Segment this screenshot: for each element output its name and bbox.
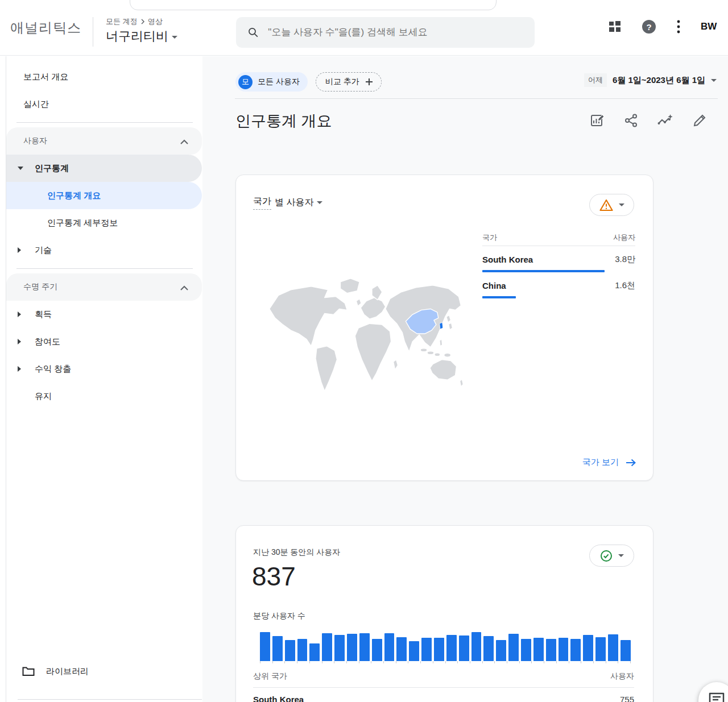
map-europe <box>361 298 386 319</box>
country-users-table: 국가 사용자 South Korea 3.8만 China 1.6천 <box>482 230 635 298</box>
minute-bar <box>285 640 295 661</box>
map-new-zealand <box>460 379 463 387</box>
sidebar-item-demographics-overview[interactable]: 인구통계 개요 <box>6 182 202 209</box>
chevron-down-icon <box>711 79 717 82</box>
data-freshness-button[interactable] <box>589 545 634 567</box>
users-value: 1.6천 <box>615 280 635 291</box>
minute-bar <box>459 635 469 661</box>
minute-bar <box>583 635 593 661</box>
column-users: 사용자 <box>610 671 634 685</box>
triangle-right-icon[interactable] <box>18 339 21 344</box>
folder-icon <box>22 666 35 676</box>
map-indonesia-2 <box>427 351 434 355</box>
card-dimension-selector[interactable]: 국가 별 사용자 <box>253 196 322 210</box>
insights-button[interactable] <box>657 113 673 128</box>
map-uk <box>356 299 361 306</box>
sidebar-item-lifecycle-section[interactable]: 수명 주기 <box>6 273 202 301</box>
breadcrumb: 모든 계정 영상 <box>106 16 177 27</box>
data-quality-button[interactable] <box>589 194 634 216</box>
column-users: 사용자 <box>613 232 635 243</box>
map-greenland <box>340 279 359 293</box>
map-philippines <box>440 339 442 346</box>
users-per-minute-chart[interactable] <box>260 628 631 663</box>
minute-bar <box>309 643 320 661</box>
divider <box>482 246 635 246</box>
all-users-chip[interactable]: 모 모든 사용자 <box>235 72 308 92</box>
date-range-picker[interactable]: 어제 6월 1일~2023년 6월 1일 <box>584 73 717 87</box>
sidebar-item-label: 인구통계 세부정보 <box>47 218 118 229</box>
map-north-america <box>270 286 348 346</box>
check-circle-icon <box>600 550 613 562</box>
sidebar-item-user-section[interactable]: 사용자 <box>6 127 202 155</box>
share-button[interactable] <box>624 113 638 128</box>
triangle-right-icon[interactable] <box>18 366 21 372</box>
sidebar-item-label: 기술 <box>35 245 52 256</box>
edit-button[interactable] <box>693 113 706 128</box>
breadcrumb-section[interactable]: 영상 <box>148 16 163 27</box>
page-title: 인구통계 개요 <box>235 111 332 131</box>
sidebar-item-label: 수익 창출 <box>35 364 71 375</box>
main-content: 모 모든 사용자 비교 추가 어제 6월 1일~2023년 6월 1일 인구통계… <box>202 56 728 702</box>
triangle-right-icon[interactable] <box>18 247 21 253</box>
view-countries-label: 국가 보기 <box>582 457 619 468</box>
sidebar-item-reports-snapshot[interactable]: 보고서 개요 <box>6 63 202 90</box>
chevron-up-icon[interactable] <box>180 137 188 146</box>
apps-grid-icon <box>609 20 621 33</box>
add-comparison-label: 비교 추가 <box>325 77 359 87</box>
minute-bar <box>396 637 407 661</box>
add-comparison-button[interactable]: 비교 추가 <box>316 72 382 92</box>
map-south-korea-highlighted[interactable] <box>440 322 443 329</box>
sidebar-item-retention[interactable]: 유지 <box>6 383 202 410</box>
map-australia <box>430 360 457 380</box>
sidebar-item-label: 실시간 <box>23 99 49 110</box>
sidebar-item-demographic-details[interactable]: 인구통계 세부정보 <box>6 209 202 236</box>
country-name: South Korea <box>482 255 533 264</box>
search-icon <box>247 26 259 39</box>
table-row[interactable]: China 1.6천 <box>482 278 635 298</box>
sidebar-item-library[interactable]: 라이브러리 <box>6 658 202 685</box>
date-preset-badge: 어제 <box>584 73 607 87</box>
minute-bar <box>260 632 270 661</box>
sidebar-item-monetization[interactable]: 수익 창출 <box>6 355 202 383</box>
table-row[interactable]: South Korea 3.8만 <box>482 252 635 272</box>
sidebar-bottom-divider <box>18 699 202 700</box>
search-bar[interactable] <box>236 17 535 48</box>
sidebar-item-tech[interactable]: 기술 <box>6 236 202 264</box>
chevron-up-icon[interactable] <box>180 283 188 292</box>
minute-bar <box>496 640 506 661</box>
customize-chart-button[interactable] <box>590 113 605 128</box>
chevron-down-icon <box>618 554 624 557</box>
account-breadcrumb[interactable]: 모든 계정 영상 너구리티비 <box>106 11 177 45</box>
more-options-button[interactable] <box>677 20 680 34</box>
plus-icon <box>365 78 373 86</box>
triangle-down-icon[interactable] <box>18 167 23 170</box>
minute-bar <box>570 639 581 661</box>
sidebar-item-label: 수명 주기 <box>23 282 57 292</box>
sidebar-item-acquisition[interactable]: 획득 <box>6 301 202 328</box>
map-africa <box>355 323 391 381</box>
apps-grid-button[interactable] <box>609 20 621 33</box>
view-countries-link[interactable]: 국가 보기 <box>582 457 636 468</box>
sidebar-item-label: 인구통계 개요 <box>47 190 101 201</box>
map-madagascar <box>394 360 398 370</box>
sidebar-item-demographics[interactable]: 인구통계 <box>6 155 202 182</box>
help-button[interactable]: ? <box>642 19 656 34</box>
feedback-bubble-icon <box>708 692 725 702</box>
search-input[interactable] <box>268 27 523 38</box>
property-name[interactable]: 너구리티비 <box>106 28 168 45</box>
realtime-title: 지난 30분 동안의 사용자 <box>253 547 340 558</box>
breadcrumb-account[interactable]: 모든 계정 <box>106 16 138 27</box>
divider <box>253 687 634 688</box>
sidebar-item-engagement[interactable]: 참여도 <box>6 328 202 355</box>
minute-bar <box>595 637 606 661</box>
minute-bar <box>359 633 370 661</box>
sidebar-item-realtime[interactable]: 실시간 <box>6 90 202 118</box>
dimension-label[interactable]: 국가 <box>253 196 271 210</box>
table-row[interactable]: South Korea 755 <box>253 695 634 702</box>
triangle-right-icon[interactable] <box>18 311 21 317</box>
avatar[interactable]: BW <box>701 21 723 32</box>
help-icon: ? <box>642 19 656 34</box>
world-map[interactable] <box>261 276 476 394</box>
table-header: 국가 사용자 <box>482 230 635 246</box>
column-top-country: 상위 국가 <box>253 671 287 685</box>
